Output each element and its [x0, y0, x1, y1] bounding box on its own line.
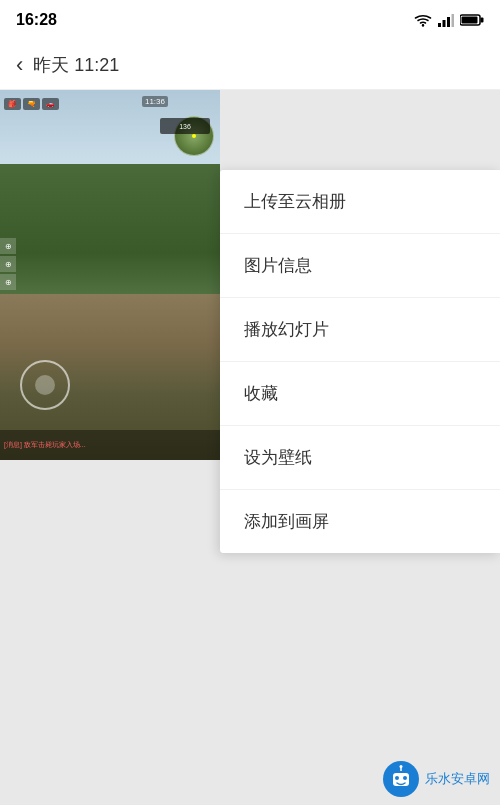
- menu-item-add-to-screen[interactable]: 添加到画屏: [220, 490, 500, 553]
- game-ui-btn-2: 🔫: [23, 98, 40, 110]
- nav-bar: ‹ 昨天 11:21: [0, 40, 500, 90]
- nav-title: 昨天 11:21: [33, 53, 119, 77]
- logo-icon: [387, 765, 415, 793]
- game-bottom-bar: [消息] 敌军击毙玩家入场...: [0, 430, 220, 460]
- watermark-logo: [383, 761, 419, 797]
- svg-rect-7: [481, 18, 484, 23]
- svg-point-12: [395, 776, 399, 780]
- svg-rect-3: [447, 17, 450, 27]
- game-ui-btn-1: 🎒: [4, 98, 21, 110]
- menu-item-photo-info[interactable]: 图片信息: [220, 234, 500, 298]
- joystick: [20, 360, 70, 410]
- status-bar: 16:28: [0, 0, 500, 40]
- context-menu: 上传至云相册 图片信息 播放幻灯片 收藏 设为壁纸 添加到画屏: [220, 170, 500, 553]
- svg-point-13: [403, 776, 407, 780]
- game-ui-top: 🎒 🔫 🚗: [0, 94, 220, 114]
- health-value: 136: [179, 123, 191, 130]
- game-time: 11:36: [142, 96, 168, 107]
- svg-rect-4: [452, 14, 455, 27]
- battery-icon: [460, 13, 484, 27]
- signal-icon: [438, 13, 454, 27]
- game-screenshot: ⊕ ⊕ ⊕ 🎒 🔫 🚗 11:36 136 [消息] 敌军击毙: [0, 90, 220, 460]
- status-icons: [414, 13, 484, 27]
- menu-item-upload-cloud[interactable]: 上传至云相册: [220, 170, 500, 234]
- status-time: 16:28: [16, 11, 57, 29]
- game-ui-btn-3: 🚗: [42, 98, 59, 110]
- watermark-text: 乐水安卓网: [425, 770, 490, 788]
- back-button[interactable]: ‹: [16, 52, 23, 78]
- game-message: [消息] 敌军击毙玩家入场...: [4, 440, 86, 450]
- svg-point-0: [422, 24, 424, 26]
- left-side-buttons: ⊕ ⊕ ⊕: [0, 238, 16, 290]
- menu-item-slideshow[interactable]: 播放幻灯片: [220, 298, 500, 362]
- health-bar: 136: [160, 118, 210, 134]
- menu-item-set-wallpaper[interactable]: 设为壁纸: [220, 426, 500, 490]
- menu-item-favorite[interactable]: 收藏: [220, 362, 500, 426]
- wifi-icon: [414, 13, 432, 27]
- svg-point-10: [400, 765, 403, 768]
- watermark: 乐水安卓网: [383, 761, 490, 797]
- svg-rect-1: [438, 23, 441, 27]
- side-btn-3: ⊕: [0, 274, 16, 290]
- content-area: ⊕ ⊕ ⊕ 🎒 🔫 🚗 11:36 136 [消息] 敌军击毙: [0, 90, 500, 805]
- svg-rect-6: [462, 17, 478, 24]
- side-btn-2: ⊕: [0, 256, 16, 272]
- side-btn-1: ⊕: [0, 238, 16, 254]
- minimap-dot: [192, 134, 196, 138]
- joystick-inner: [35, 375, 55, 395]
- svg-rect-2: [443, 20, 446, 27]
- trees-layer: [0, 164, 220, 312]
